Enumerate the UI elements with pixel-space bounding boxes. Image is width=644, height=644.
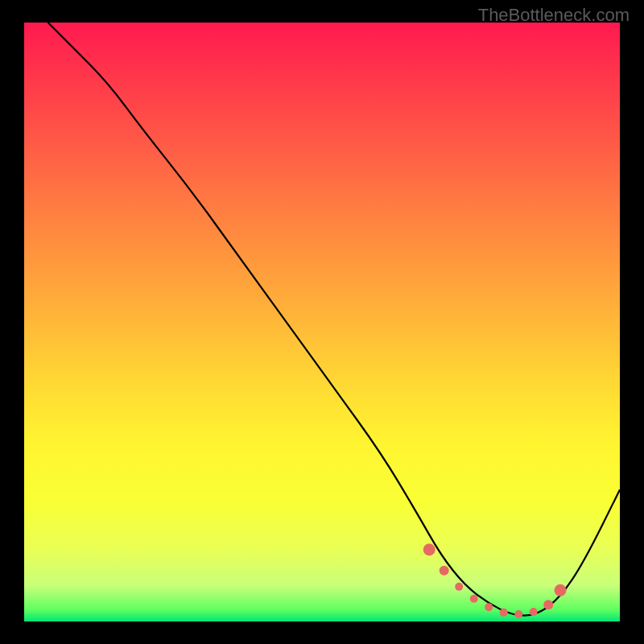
- curve-marker: [555, 584, 567, 597]
- chart-plot-area: [24, 23, 620, 621]
- curve-marker: [500, 609, 508, 617]
- curve-marker: [455, 583, 463, 591]
- curve-marker: [514, 610, 522, 618]
- curve-marker: [440, 566, 449, 576]
- watermark-text: TheBottleneck.com: [478, 5, 630, 26]
- curve-marker: [470, 595, 478, 603]
- curve-line: [48, 23, 620, 616]
- curve-marker: [423, 543, 436, 555]
- curve-marker: [543, 600, 553, 609]
- chart-svg: [24, 23, 620, 621]
- curve-marker: [485, 603, 493, 611]
- curve-marker: [530, 608, 538, 616]
